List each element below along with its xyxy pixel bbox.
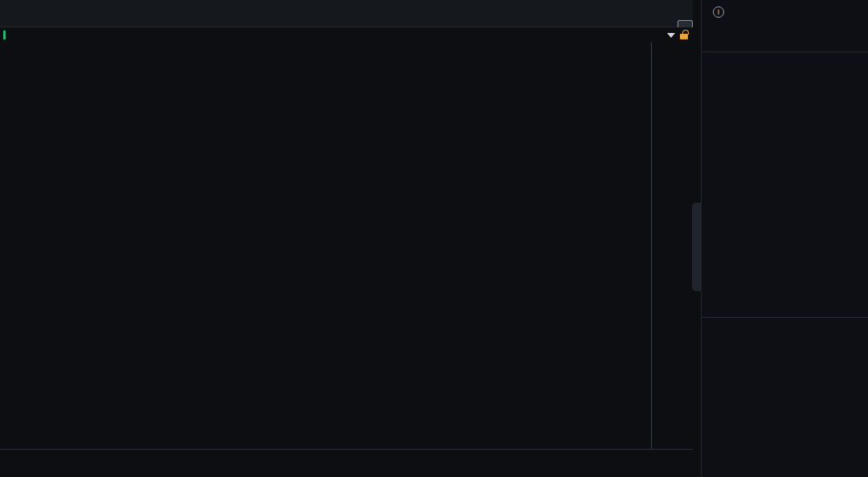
candlestick-chart-pane <box>0 27 693 477</box>
expander-handle[interactable] <box>692 203 701 291</box>
info-icon[interactable]: ! <box>713 6 724 18</box>
unlock-icon[interactable] <box>680 34 688 39</box>
date-range-selector[interactable] <box>664 29 688 41</box>
high-price-annotation <box>623 52 624 64</box>
legend-color-bar <box>3 31 6 39</box>
x-axis-band <box>0 449 693 471</box>
quote-header: ! <box>702 0 868 51</box>
candlestick-canvas[interactable] <box>0 42 653 454</box>
y-axis-line <box>651 42 652 450</box>
panel-expander[interactable] <box>691 0 701 477</box>
ma-legend <box>3 29 14 41</box>
chart-toolbar <box>0 0 693 27</box>
ohlc-stats-bar <box>0 14 697 27</box>
toolbar-row-tabs <box>0 0 693 14</box>
chevron-down-icon[interactable] <box>667 33 675 38</box>
hk-listing-row <box>702 51 868 65</box>
low-price-annotation <box>56 426 59 438</box>
financial-indicators <box>702 317 868 320</box>
quote-panel: ! <box>701 0 868 477</box>
stock-trading-app: ! <box>0 0 868 477</box>
